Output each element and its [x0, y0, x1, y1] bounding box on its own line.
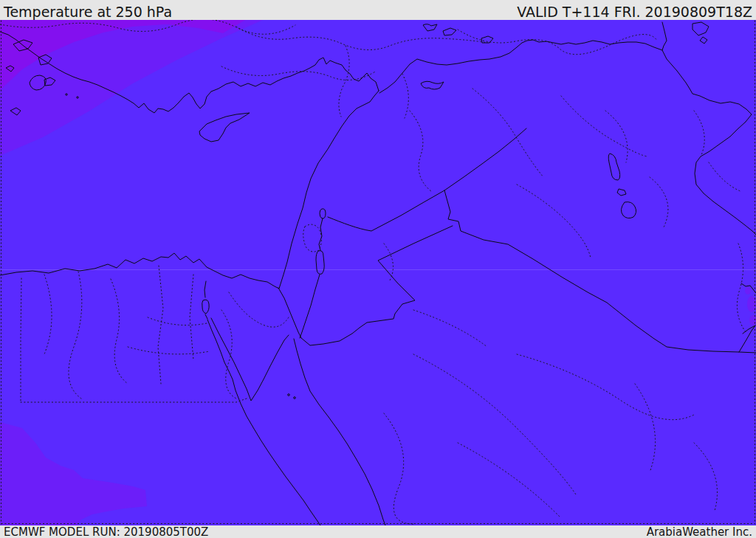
weather-map-window: Temperature at 250 hPa VALID T+114 FRI. …: [0, 0, 756, 538]
map-area: [0, 20, 756, 525]
valid-time-label: VALID T+114 FRI. 20190809T18Z: [517, 4, 752, 20]
status-bar: ECMWF MODEL RUN: 20190805T00Z ArabiaWeat…: [0, 525, 756, 538]
band-main-field: [0, 20, 756, 525]
map-title: Temperature at 250 hPa: [4, 4, 172, 20]
band-medium-blob-east-3: [745, 287, 751, 294]
temperature-bands: [0, 20, 756, 525]
title-bar: Temperature at 250 hPa VALID T+114 FRI. …: [0, 0, 756, 20]
brand-label: ArabiaWeather Inc.: [647, 526, 752, 538]
weather-map: [0, 20, 756, 525]
model-run-label: ECMWF MODEL RUN: 20190805T00Z: [4, 526, 208, 538]
